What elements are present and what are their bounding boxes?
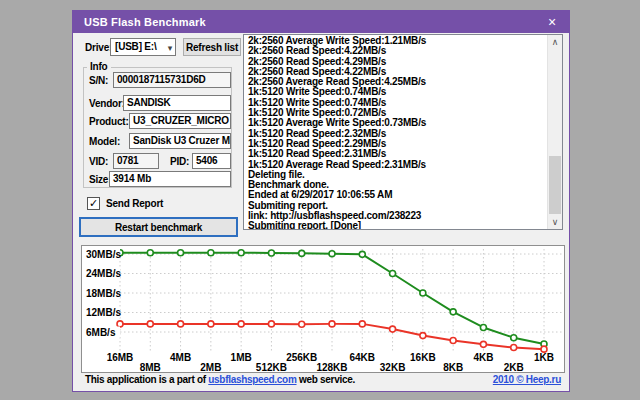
svg-text:64KB: 64KB [349,352,375,363]
product-label: Product: [89,116,129,127]
restart-benchmark-button[interactable]: Restart benchmark [79,217,238,237]
benchmark-log[interactable]: 2k:2560 Average Write Speed:1.21MB/s2k:2… [243,34,563,230]
svg-text:18MB/s: 18MB/s [86,288,121,299]
svg-text:256KB: 256KB [286,352,317,363]
refresh-list-label: Refresh list [186,42,238,53]
drive-select[interactable]: [USB] E:\ ▾ [110,38,176,56]
scroll-up-icon[interactable]: ∧ [548,35,562,49]
vendor-field[interactable]: SANDISK [123,95,231,111]
scrollbar-thumb[interactable] [549,156,561,214]
app-window: USB Flash Benchmark × Drive: [USB] E:\ ▾… [72,10,570,392]
chevron-down-icon: ▾ [168,40,172,56]
sn-field[interactable]: 0000187115731D6D [113,72,231,88]
svg-text:2MB: 2MB [200,362,221,373]
send-report-label: Send Report [106,198,163,209]
log-lines: 2k:2560 Average Write Speed:1.21MB/s2k:2… [244,36,546,229]
status-suffix: web service. [297,374,355,385]
svg-text:8MB: 8MB [140,362,161,373]
svg-text:6MB/s: 6MB/s [86,327,116,338]
svg-text:4MB: 4MB [170,352,191,363]
svg-text:8KB: 8KB [443,362,463,373]
restart-benchmark-label: Restart benchmark [115,222,202,233]
pid-field[interactable]: 5406 [192,153,231,169]
svg-text:30MB/s: 30MB/s [86,249,121,260]
svg-text:4KB: 4KB [473,352,493,363]
vid-field[interactable]: 0781 [113,153,159,169]
desktop: { "window": { "title": "USB Flash Benchm… [0,0,640,400]
info-group-label: Info [87,61,111,72]
refresh-list-button[interactable]: Refresh list [183,38,241,56]
model-field[interactable]: SanDisk U3 Cruzer Micro [129,133,231,149]
svg-text:1KB: 1KB [534,352,554,363]
vendor-label: Vendor: [89,98,125,109]
drive-select-value: [USB] E:\ [115,41,157,52]
vid-label: VID: [89,156,108,167]
pid-label: PID: [170,156,189,167]
status-text: This application is a part of usbflashsp… [85,374,355,385]
drive-label: Drive: [85,42,112,53]
svg-text:24MB/s: 24MB/s [86,268,121,279]
svg-text:1MB: 1MB [231,352,252,363]
send-report-checkbox[interactable]: ✓ [87,197,100,210]
svg-text:128KB: 128KB [316,362,347,373]
svg-text:2KB: 2KB [504,362,524,373]
svg-text:32KB: 32KB [380,362,406,373]
sn-label: S/N: [89,75,108,86]
usbflashspeed-link[interactable]: usbflashspeed.com [208,374,296,385]
size-field[interactable]: 3914 Mb [109,171,231,187]
svg-text:12MB/s: 12MB/s [86,307,121,318]
log-scrollbar[interactable]: ∧ ∨ [547,35,562,229]
copyright-link[interactable]: 2010 © Heep.ru [493,374,561,385]
speed-chart: 30MB/s24MB/s18MB/s12MB/s6MB/s16MB8MB4MB2… [81,245,565,373]
svg-text:16MB: 16MB [107,352,134,363]
svg-text:512KB: 512KB [256,362,287,373]
status-bar: This application is a part of usbflashsp… [73,374,569,388]
status-prefix: This application is a part of [85,374,208,385]
svg-text:16KB: 16KB [410,352,436,363]
checkmark-icon: ✓ [89,197,98,209]
log-line: Submiting report. [Done] [248,221,546,229]
model-label: Model: [89,136,120,147]
product-field[interactable]: U3_CRUZER_MICRO [129,113,231,129]
benchmark-chart-svg: 30MB/s24MB/s18MB/s12MB/s6MB/s16MB8MB4MB2… [82,246,564,372]
title-bar[interactable]: USB Flash Benchmark × [73,11,569,33]
size-label: Size: [89,174,111,185]
close-icon[interactable]: × [535,11,569,33]
scroll-down-icon[interactable]: ∨ [548,215,562,229]
window-title: USB Flash Benchmark [73,16,206,28]
